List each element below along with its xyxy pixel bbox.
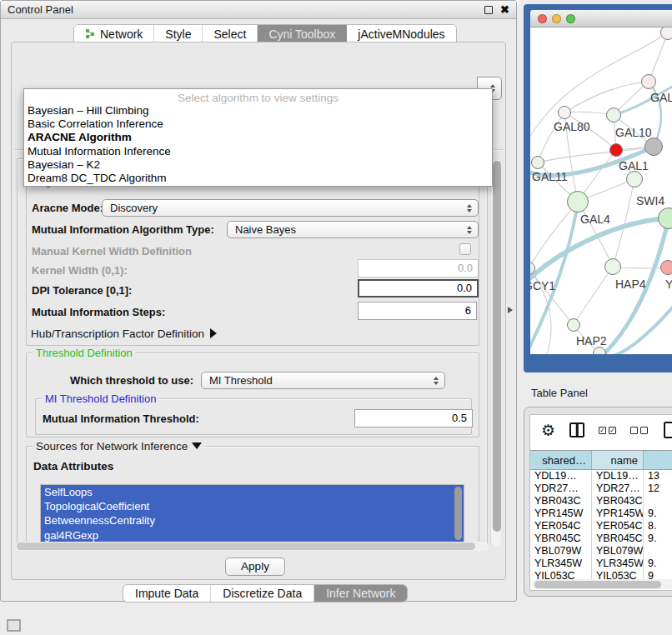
unchecked-box-icon <box>640 427 648 434</box>
zoom-traffic-icon[interactable] <box>566 14 575 23</box>
data-attributes-list: SelfLoops TopologicalCoefficient Between… <box>40 484 464 542</box>
kernel-width-field[interactable]: 0.0 <box>358 259 479 278</box>
scrollbar-thumb[interactable] <box>17 542 475 550</box>
popup-placeholder: Select algorithm to view settings <box>24 89 492 104</box>
popup-item-mutual-information[interactable]: Mutual Information Inference <box>24 145 492 158</box>
tab-network[interactable]: Network <box>74 25 154 42</box>
tab-infer-network[interactable]: Infer Network <box>314 585 407 602</box>
export-table-icon[interactable] <box>664 422 672 438</box>
manual-kernel-width-checkbox[interactable] <box>459 243 471 255</box>
network-icon <box>85 28 96 39</box>
list-item[interactable]: BetweennessCentrality <box>41 513 464 528</box>
aracne-mode-select[interactable]: Discovery <box>102 199 479 217</box>
table-row[interactable]: YBL079WYBL079W <box>530 545 672 558</box>
network-node[interactable] <box>593 347 606 354</box>
tab-discretize-data[interactable]: Discretize Data <box>211 585 314 602</box>
tab-discretize-data-label: Discretize Data <box>223 587 302 600</box>
popup-item-dream8[interactable]: Dream8 DC_TDC Algorithm <box>24 172 492 185</box>
float-window-icon[interactable] <box>484 6 493 14</box>
network-node[interactable] <box>609 143 623 157</box>
scrollbar-thumb[interactable] <box>534 581 661 588</box>
table-horizontal-scrollbar[interactable] <box>532 579 672 589</box>
minimize-traffic-icon[interactable] <box>552 14 561 23</box>
scrollbar-thumb[interactable] <box>493 161 501 532</box>
data-attributes-label: Data Attributes <box>33 460 113 472</box>
network-node[interactable] <box>567 191 589 212</box>
tab-cyni-toolbox[interactable]: Cyni Toolbox <box>258 25 347 42</box>
tab-select[interactable]: Select <box>203 25 258 42</box>
list-item[interactable]: SelfLoops <box>41 485 464 499</box>
table-row[interactable]: YER054CYER054C8. <box>530 520 672 532</box>
cell: YBR045C <box>530 532 592 545</box>
network-node[interactable] <box>658 208 672 229</box>
column-header-partial[interactable] <box>644 451 672 469</box>
tab-select-label: Select <box>213 28 246 41</box>
network-node[interactable] <box>604 258 621 275</box>
popup-item-bayesian-k2[interactable]: Bayesian – K2 <box>24 158 492 172</box>
mi-threshold-group: MI Threshold Definition Mutual Informati… <box>35 398 472 435</box>
network-node-label: GAL <box>650 91 672 104</box>
network-node[interactable] <box>558 106 571 119</box>
column-header-name[interactable]: name <box>592 451 644 469</box>
cell: YBL079W <box>530 545 592 558</box>
close-traffic-icon[interactable] <box>538 14 547 23</box>
expand-right-icon <box>210 328 217 338</box>
deselect-all-columns-icon[interactable] <box>630 427 648 434</box>
popup-item-aracne[interactable]: ARACNE Algorithm <box>24 131 492 144</box>
tab-style-label: Style <box>165 28 191 41</box>
select-all-columns-icon[interactable]: ✓ ✓ <box>599 427 616 434</box>
hub-definition-expander[interactable]: Hub/Transcription Factor Definition <box>31 328 217 340</box>
tab-jactivemnodules[interactable]: jActiveMNodules <box>347 25 455 42</box>
table-row[interactable]: YBR043CYBR043C <box>530 495 672 508</box>
control-panel-titlebar: Control Panel ✖ <box>1 1 516 19</box>
aracne-mode-label: Aracne Mode: <box>32 202 103 214</box>
sources-title-text: Sources for Network Inference <box>36 440 188 452</box>
columns-icon[interactable] <box>569 422 584 438</box>
which-threshold-select[interactable]: MI Threshold <box>201 372 445 389</box>
list-item[interactable]: TopologicalCoefficient <box>41 499 464 513</box>
network-canvas[interactable]: GALGAL80GAL10GAL1GAL11GAL4SWI4GCY1HAP4YH… <box>530 28 672 354</box>
collapse-down-icon[interactable] <box>192 442 202 449</box>
cell: YBR043C <box>592 495 644 508</box>
popup-item-basic-correlation[interactable]: Basic Correlation Inference <box>24 118 492 131</box>
network-node[interactable] <box>530 262 535 275</box>
close-icon[interactable]: ✖ <box>500 6 509 14</box>
popup-item-bayesian-hill-climbing[interactable]: Bayesian – Hill Climbing <box>24 104 492 118</box>
mi-algorithm-type-select[interactable]: Naive Bayes <box>227 221 479 238</box>
table-row[interactable]: YBR045CYBR045C9. <box>530 532 672 545</box>
network-node[interactable] <box>606 108 621 122</box>
dpi-tolerance-field[interactable]: 0.0 <box>358 279 479 298</box>
tab-impute-data[interactable]: Impute Data <box>123 585 211 602</box>
cell: YLR345W <box>592 558 644 570</box>
tab-infer-network-label: Infer Network <box>326 587 395 600</box>
network-node[interactable] <box>641 74 656 89</box>
network-node-label: Y <box>665 278 672 291</box>
mi-steps-field[interactable]: 6 <box>358 302 477 320</box>
cell: YDL19… <box>592 470 644 482</box>
settings-horizontal-scrollbar[interactable] <box>15 542 489 551</box>
network-node[interactable] <box>567 318 580 332</box>
list-item[interactable]: gal4RGexp <box>41 528 464 542</box>
list-scrollbar[interactable] <box>454 487 462 540</box>
minimized-panel-icon[interactable] <box>7 619 21 632</box>
gear-icon[interactable]: ⚙ <box>541 422 555 438</box>
network-node[interactable] <box>644 138 663 156</box>
network-node[interactable] <box>531 156 544 169</box>
mi-algorithm-type-label: Mutual Information Algorithm Type: <box>32 223 214 236</box>
table-row[interactable]: YLR345WYLR345W9. <box>530 558 672 570</box>
network-node[interactable] <box>660 28 672 40</box>
network-node[interactable] <box>626 171 643 188</box>
network-node[interactable] <box>660 260 672 275</box>
network-node-label: HAP4 <box>615 278 646 291</box>
panel-divider-arrow[interactable] <box>508 307 513 313</box>
settings-vertical-scrollbar[interactable] <box>490 159 501 547</box>
dpi-tolerance-label: DPI Tolerance [0,1]: <box>32 284 132 297</box>
column-header-shared-name[interactable]: shared… <box>530 451 592 469</box>
table-row[interactable]: YDL19…YDL19…13 <box>530 470 672 482</box>
tab-style[interactable]: Style <box>154 25 203 42</box>
mi-steps-label: Mutual Information Steps: <box>32 306 165 318</box>
table-row[interactable]: YPR145WYPR145W9. <box>530 508 672 520</box>
table-row[interactable]: YDR27…YDR27…12 <box>530 482 672 495</box>
mi-threshold-field[interactable]: 0.5 <box>354 409 473 428</box>
apply-button[interactable]: Apply <box>225 558 285 576</box>
